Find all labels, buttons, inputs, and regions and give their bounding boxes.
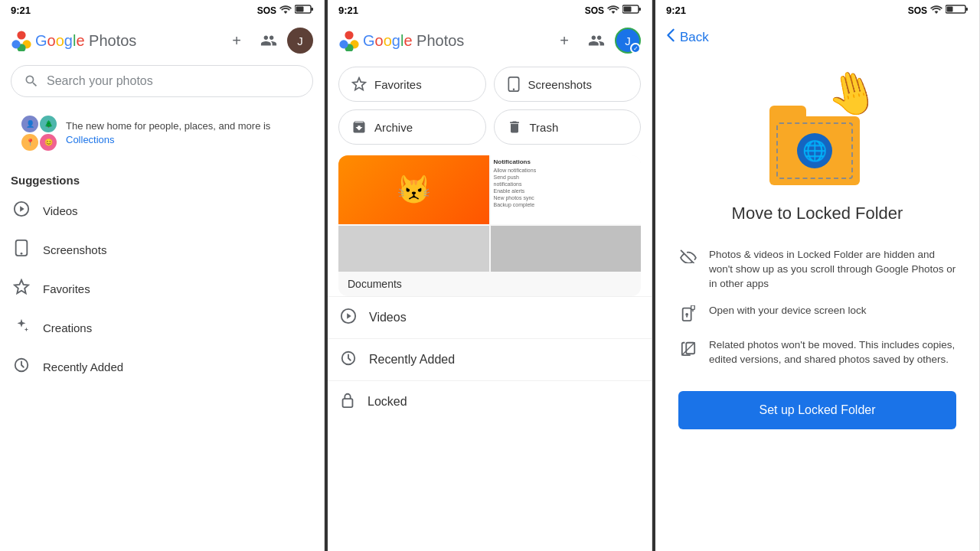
mini-avatar-2: 🌲 bbox=[40, 116, 57, 132]
svg-point-10 bbox=[21, 253, 23, 255]
avatar-1[interactable]: J bbox=[287, 28, 313, 54]
logo-text-1: Google Photos bbox=[35, 32, 136, 50]
svg-rect-2 bbox=[296, 7, 304, 12]
logo-2: Google Photos bbox=[338, 30, 464, 51]
logo-text-2: Google Photos bbox=[363, 32, 464, 50]
sos-1: SOS bbox=[257, 5, 276, 16]
add-button-1[interactable]: + bbox=[223, 27, 250, 54]
favorites-btn[interactable]: Favorites bbox=[338, 67, 486, 102]
locked-illustration: 🤚 🌐 bbox=[753, 69, 883, 191]
panel-2: 9:21 SOS Google Photos + bbox=[328, 0, 652, 551]
nav-item-favorites[interactable]: Favorites bbox=[0, 269, 324, 308]
search-placeholder: Search your photos bbox=[47, 74, 153, 88]
back-label: Back bbox=[680, 30, 709, 45]
svg-point-15 bbox=[345, 31, 353, 39]
header-1: Google Photos + J bbox=[0, 21, 324, 59]
battery-icon-3 bbox=[946, 5, 969, 16]
star-icon bbox=[351, 77, 367, 92]
screenshots-btn-label: Screenshots bbox=[528, 78, 592, 91]
feature-text-copy: Related photos won't be moved. This incl… bbox=[709, 338, 956, 367]
folder-body: 🌐 bbox=[769, 116, 860, 185]
collections-link[interactable]: Collections bbox=[66, 134, 115, 145]
wifi-icon-1 bbox=[279, 5, 292, 16]
creations-icon bbox=[12, 318, 31, 338]
logo-1: Google Photos bbox=[11, 30, 136, 51]
mini-avatar-1: 👤 bbox=[21, 116, 38, 132]
globe-icon: 🌐 bbox=[797, 133, 832, 168]
panel-3: 9:21 SOS Back 🤚 bbox=[655, 0, 980, 551]
avatar-2[interactable]: J ✓ bbox=[615, 28, 641, 54]
svg-rect-26 bbox=[965, 8, 968, 11]
wifi-icon-2 bbox=[607, 5, 619, 16]
album-img-gray1 bbox=[338, 226, 489, 272]
svg-marker-8 bbox=[20, 206, 24, 211]
nav-item-recently-added[interactable]: Recently Added bbox=[0, 347, 324, 386]
suggestions-title: Suggestions bbox=[0, 163, 324, 191]
svg-point-30 bbox=[685, 313, 688, 316]
setup-locked-folder-button[interactable]: Set up Locked Folder bbox=[678, 391, 956, 429]
eye-slash-icon bbox=[678, 249, 698, 267]
nav-item-screenshots[interactable]: Screenshots bbox=[0, 230, 324, 269]
svg-rect-24 bbox=[343, 399, 353, 407]
phone-icon bbox=[507, 77, 521, 92]
collections-avatars: 👤 🌲 📍 😊 bbox=[21, 116, 57, 151]
list-item-recently-added-label: Recently Added bbox=[369, 353, 455, 367]
nav-label-favorites: Favorites bbox=[43, 282, 90, 295]
trash-btn[interactable]: Trash bbox=[494, 109, 642, 145]
screenshots-icon bbox=[12, 240, 31, 260]
svg-rect-32 bbox=[691, 305, 695, 310]
nav-label-screenshots: Screenshots bbox=[43, 243, 106, 256]
copy-slash-icon bbox=[678, 340, 698, 360]
nav-list: Videos Screenshots Favorites Creations R… bbox=[0, 191, 324, 386]
list-video-icon bbox=[340, 308, 357, 328]
nav-label-videos: Videos bbox=[43, 204, 78, 217]
svg-rect-14 bbox=[624, 7, 632, 12]
favorites-icon bbox=[12, 279, 31, 299]
locked-folder-title: Move to Locked Folder bbox=[732, 204, 903, 223]
list-item-recently-added[interactable]: Recently Added bbox=[328, 338, 652, 380]
svg-point-3 bbox=[17, 31, 25, 39]
phone-lock-icon bbox=[678, 305, 698, 326]
favorites-btn-label: Favorites bbox=[374, 78, 422, 91]
feature-item-hidden: Photos & videos in Locked Folder are hid… bbox=[678, 242, 956, 298]
header-2: Google Photos + J ✓ bbox=[328, 21, 652, 59]
list-item-videos[interactable]: Videos bbox=[328, 296, 652, 338]
album-name: Documents bbox=[338, 272, 641, 296]
wifi-icon-3 bbox=[930, 5, 942, 16]
mini-avatar-4: 😊 bbox=[40, 134, 57, 151]
back-chevron-icon bbox=[666, 28, 675, 46]
archive-btn-label: Archive bbox=[374, 121, 413, 134]
nav-item-videos[interactable]: Videos bbox=[0, 191, 324, 230]
svg-marker-22 bbox=[347, 313, 351, 318]
feature-item-lock: Open with your device screen lock bbox=[678, 298, 956, 332]
avatar-check: ✓ bbox=[630, 43, 641, 54]
album-img-doc: Notifications Allow notificationsSend pu… bbox=[491, 155, 642, 224]
nav-item-creations[interactable]: Creations bbox=[0, 308, 324, 347]
screenshots-btn[interactable]: Screenshots bbox=[494, 67, 642, 102]
feature-text-lock: Open with your device screen lock bbox=[709, 304, 867, 318]
locked-folder-content: 🤚 🌐 Move to Locked Folder Photos & video… bbox=[655, 54, 979, 551]
album-card[interactable]: 😾 Notifications Allow notificationsSend … bbox=[338, 155, 641, 296]
archive-btn[interactable]: Archive bbox=[338, 109, 486, 145]
sos-2: SOS bbox=[585, 5, 604, 16]
people-button-1[interactable] bbox=[255, 27, 283, 54]
status-bar-3: 9:21 SOS bbox=[655, 0, 979, 21]
add-button-2[interactable]: + bbox=[550, 27, 578, 54]
section-list: Videos Recently Added Locked bbox=[328, 296, 652, 422]
svg-point-6 bbox=[11, 40, 20, 48]
list-clock-icon bbox=[340, 350, 357, 370]
back-button[interactable]: Back bbox=[655, 21, 979, 54]
feature-list: Photos & videos in Locked Folder are hid… bbox=[678, 242, 956, 373]
album-img-main: 😾 bbox=[338, 155, 489, 224]
time-3: 9:21 bbox=[666, 5, 686, 16]
svg-rect-27 bbox=[947, 7, 953, 12]
mini-avatar-3: 📍 bbox=[21, 134, 38, 151]
list-item-videos-label: Videos bbox=[369, 311, 407, 324]
trash-btn-label: Trash bbox=[530, 121, 559, 134]
people-button-2[interactable] bbox=[583, 27, 610, 54]
trash-icon bbox=[507, 119, 522, 135]
album-img-gray2 bbox=[491, 226, 642, 272]
list-item-locked[interactable]: Locked bbox=[328, 380, 652, 422]
search-bar[interactable]: Search your photos bbox=[11, 65, 313, 97]
svg-rect-13 bbox=[639, 8, 641, 11]
